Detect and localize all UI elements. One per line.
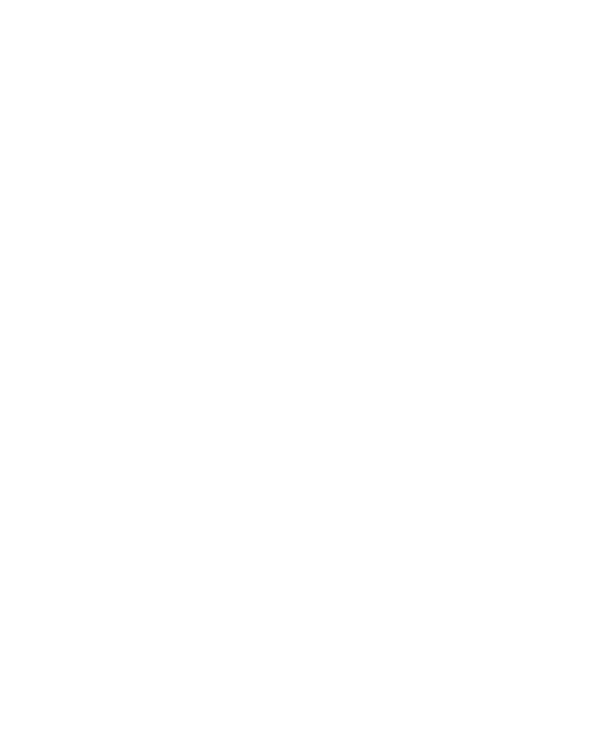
svg-point-24 xyxy=(505,482,511,488)
origin-fix-icon xyxy=(314,378,330,394)
svg-point-27 xyxy=(105,252,111,258)
svg-point-26 xyxy=(105,482,111,488)
constraint-coincident[interactable]: 0 xyxy=(490,265,514,281)
svg-point-43 xyxy=(478,457,484,463)
constraint-coincident[interactable]: 0 xyxy=(140,463,164,479)
coincident-icon xyxy=(140,463,156,479)
coincident-icon xyxy=(490,265,506,281)
constraint-coincident[interactable]: 0 xyxy=(300,551,324,567)
coincident-icon xyxy=(300,551,316,567)
constraint-coincident[interactable]: 0 xyxy=(486,464,510,480)
coincident-icon xyxy=(306,149,322,165)
constraint-coincident[interactable]: 0 xyxy=(137,265,161,281)
constraint-origin-fix[interactable] xyxy=(314,378,330,394)
svg-rect-51 xyxy=(304,590,312,592)
constraint-horizontal[interactable] xyxy=(300,583,316,599)
svg-point-22 xyxy=(305,136,311,142)
constraint-label: 0 xyxy=(158,465,164,477)
sketch-canvas[interactable] xyxy=(12,12,596,734)
svg-point-23 xyxy=(505,252,511,258)
constraint-coincident[interactable]: 0 xyxy=(306,149,330,165)
constraint-label: 0 xyxy=(504,466,510,478)
constraint-label: 0 xyxy=(318,553,324,565)
coincident-icon xyxy=(137,265,153,281)
coincident-icon xyxy=(486,464,502,480)
constraint-label: 0 xyxy=(324,151,330,163)
constraint-label: 0 xyxy=(155,267,161,279)
watermark-badge: 小白 工程师 xyxy=(516,622,578,684)
horizontal-icon xyxy=(300,583,316,599)
constraint-label: 0 xyxy=(508,267,514,279)
graphics-viewport[interactable]: ⌀100 000000 小白 工程师 xyxy=(12,12,596,734)
